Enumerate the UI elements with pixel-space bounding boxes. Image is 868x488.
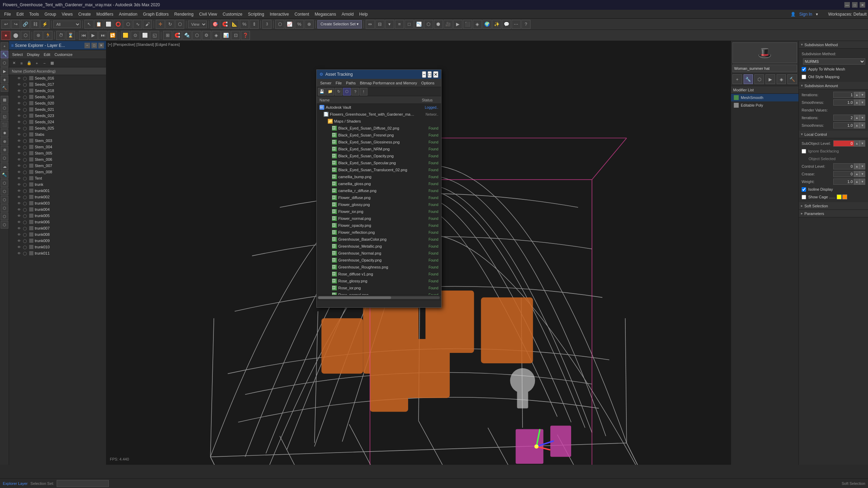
ignore-backfacing-checkbox[interactable] (802, 149, 806, 154)
at-menu-bitmap-perf[interactable]: Bitmap Performance and Memory (358, 81, 419, 85)
render-iterations-down[interactable]: ▼ (860, 115, 865, 121)
layer-manager-button[interactable]: 3 (262, 20, 271, 29)
quad-menu[interactable]: ⬡ (192, 31, 201, 40)
se-menu-customize[interactable]: Customize (53, 52, 74, 57)
sidebar-toggle-14[interactable]: ⬡ (1, 204, 8, 212)
select-scale-button[interactable]: ⬡ (175, 20, 184, 29)
se-menu-select[interactable]: Select (10, 52, 25, 57)
tree-item-stem_003[interactable]: 👁 ◯ Stem_003 (9, 138, 106, 144)
at-row-8[interactable]: 🖼 Black_Eyed_Susan_Specular.png Found (317, 159, 441, 166)
se-layer-icon[interactable]: ≡ (18, 60, 25, 67)
window-crossing[interactable]: ◱ (150, 31, 159, 40)
smoothness-down[interactable]: ▼ (860, 99, 865, 106)
modify-icon[interactable]: 🔧 (1, 51, 8, 58)
circle-select-button[interactable]: ⭕ (114, 20, 123, 29)
angle-snap-button[interactable]: 📐 (230, 20, 239, 29)
sidebar-toggle-15[interactable]: ⬡ (1, 213, 8, 220)
at-help-button[interactable]: ? (351, 88, 359, 96)
tree-item-trunk007[interactable]: 👁 ◯ trunk007 (9, 225, 106, 231)
at-row-7[interactable]: 🖼 Black_Eyed_Susan_Opacity.png Found (317, 152, 441, 159)
snap-world[interactable]: ⊕ (305, 20, 314, 29)
set-key-button[interactable]: ⬤ (11, 31, 20, 40)
undo-button[interactable]: ↩ (1, 20, 10, 29)
help-button[interactable]: ? (521, 20, 530, 29)
subobj-down[interactable]: ▼ (860, 140, 865, 147)
tree-item-tent[interactable]: 👁 ◯ Tent (9, 175, 106, 181)
paint-select-button[interactable]: 🖌 (143, 20, 152, 29)
time-config[interactable]: ⏱ (56, 31, 65, 40)
scene-explorer-minimize[interactable]: − (84, 43, 90, 48)
curve-editor-button[interactable]: 📈 (285, 20, 294, 29)
active-shade[interactable]: ◈ (473, 20, 482, 29)
tree-item-seeds_023[interactable]: 👁 ◯ Seeds_023 (9, 113, 106, 119)
at-row-25[interactable]: 🖼 Rose_glossy.png Found (317, 278, 441, 284)
at-row-4[interactable]: 🖼 Black_Eyed_Susan_Fresnel.png Found (317, 132, 441, 139)
layer-button[interactable]: ≡ (395, 20, 404, 29)
select-region[interactable]: ⬜ (140, 31, 149, 40)
crease-up[interactable]: ▲ (854, 171, 860, 177)
control-level-down[interactable]: ▼ (860, 163, 865, 169)
menu-arnold[interactable]: Arnold (339, 11, 357, 17)
tree-item-seeds_016[interactable]: 👁 ◯ Seeds_016 (9, 75, 106, 81)
at-row-1[interactable]: 📄 Flowers_Greenhouse_Tent_with_Gardener_… (317, 111, 441, 118)
at-menu-paths[interactable]: Paths (344, 81, 358, 85)
modify-panel-icon[interactable]: 🔧 (744, 74, 753, 84)
menu-modifiers[interactable]: Modifiers (94, 11, 116, 17)
menu-megascans[interactable]: Megascans (312, 11, 339, 17)
close-button[interactable]: ✕ (860, 2, 865, 8)
control-level-input[interactable] (833, 163, 854, 169)
at-row-22[interactable]: 🖼 Greenhouse_Opacity.png Found (317, 257, 441, 264)
at-refresh-button[interactable]: ↻ (335, 88, 342, 96)
at-row-24[interactable]: 🖼 Rose_diffuse v1.png Found (317, 271, 441, 278)
menu-graph-editors[interactable]: Graph Editors (140, 11, 171, 17)
tree-item-stem_005[interactable]: 👁 ◯ Stem_005 (9, 150, 106, 156)
at-row-18[interactable]: 🖼 Flower_reflection.png Found (317, 229, 441, 236)
toggle-ui[interactable]: ❓ (241, 31, 250, 40)
se-close-btn[interactable]: ✕ (10, 60, 17, 67)
viewport-shading[interactable]: ◈ (212, 31, 221, 40)
isolate-toggle[interactable]: ⊙ (131, 31, 140, 40)
fence-select-button[interactable]: ⬡ (123, 20, 132, 29)
crease-down[interactable]: ▼ (860, 171, 865, 177)
iterations-input[interactable] (833, 92, 854, 98)
at-close-button[interactable]: ✕ (433, 71, 438, 78)
tree-item-slabs[interactable]: 👁 ◯ Slabs (9, 131, 106, 138)
at-row-15[interactable]: 🖼 Flower_ior.png Found (317, 208, 441, 215)
weight-down[interactable]: ▼ (860, 179, 865, 185)
menu-rendering[interactable]: Rendering (171, 11, 196, 17)
create-icon[interactable]: + (1, 42, 8, 50)
tree-item-stem_007[interactable]: 👁 ◯ Stem_007 (9, 163, 106, 169)
axis-constraint[interactable]: 🔩 (182, 31, 192, 40)
scene-explorer-restore[interactable]: □ (91, 43, 97, 48)
align-dropdown[interactable]: ▾ (385, 20, 394, 29)
tree-item-stem_008[interactable]: 👁 ◯ Stem_008 (9, 169, 106, 175)
tree-item-trunk004[interactable]: 👁 ◯ trunk004 (9, 206, 106, 213)
tree-item-trunk006[interactable]: 👁 ◯ trunk006 (9, 219, 106, 225)
smoothness-input[interactable] (833, 99, 854, 106)
menu-content[interactable]: Content (292, 11, 312, 17)
sidebar-toggle-2[interactable]: ⬡ (1, 104, 8, 112)
sidebar-toggle-10[interactable]: 🔦 (1, 171, 8, 179)
at-row-16[interactable]: 🖼 Flower_normal.png Found (317, 215, 441, 222)
tree-item-trunk009[interactable]: 👁 ◯ trunk009 (9, 238, 106, 244)
modifier-item-editable-poly[interactable]: Editable Poly (731, 101, 798, 109)
at-row-10[interactable]: 🖼 camellia_bump.png Found (317, 173, 441, 180)
schematic-view[interactable]: ⬡ (424, 20, 433, 29)
percent-btn[interactable]: % (295, 20, 304, 29)
minimize-button[interactable]: — (844, 2, 850, 8)
sidebar-toggle-5[interactable]: ✱ (1, 129, 8, 137)
render-smoothness-up[interactable]: ▲ (854, 122, 860, 129)
tree-item-trunk003[interactable]: 👁 ◯ trunk003 (9, 200, 106, 206)
at-row-5[interactable]: 🖼 Black_Eyed_Susan_Glossiness.png Found (317, 139, 441, 146)
tree-item-stem_006[interactable]: 👁 ◯ Stem_006 (9, 156, 106, 163)
utility-icon[interactable]: 🔨 (1, 84, 8, 92)
sidebar-toggle-9[interactable]: ☁ (1, 163, 8, 170)
at-minimize-button[interactable]: − (422, 71, 426, 78)
render-iterations-input[interactable] (833, 115, 854, 121)
modifier-list[interactable]: MeshSmooth Editable Poly (731, 94, 798, 465)
se-lock-icon[interactable]: 🔒 (26, 60, 33, 67)
stats-toggle[interactable]: 📊 (221, 31, 230, 40)
at-row-21[interactable]: 🖼 Greenhouse_Normal.png Found (317, 250, 441, 257)
show-cage-checkbox[interactable] (802, 195, 806, 199)
at-row-27[interactable]: 🖼 Rose_normal.png Found (317, 291, 441, 295)
